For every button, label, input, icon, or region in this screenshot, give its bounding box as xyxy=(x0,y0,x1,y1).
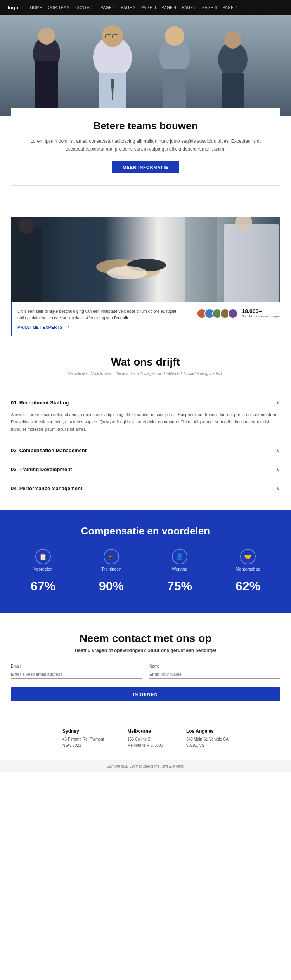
accordion-item-1: 01. Recruitment Staffing ∨ Answer. Lorem… xyxy=(11,393,280,441)
chevron-down-icon-4: ∨ xyxy=(276,485,280,491)
accordion-item-2: 02. Compensation Management ∨ xyxy=(11,441,280,460)
accordion-number-1: 01. xyxy=(11,400,19,406)
svg-point-23 xyxy=(19,219,34,234)
hiring-number: 18.000+ xyxy=(242,308,280,314)
werving-icon: 👤 xyxy=(172,549,187,564)
werving-label: Werving xyxy=(172,567,187,571)
office-sydney: Sydney 45 Pirrama Rd, Pyrmont NSW 2022 xyxy=(62,728,104,749)
nav-page4[interactable]: PAGE 4 xyxy=(161,5,176,10)
sydney-address: 45 Pirrama Rd, Pyrmont NSW 2022 xyxy=(62,736,104,749)
contact-heading: Neem contact met ons op xyxy=(11,632,280,645)
info-row: Dit is een zeer pijnlijke beschuldiging … xyxy=(11,302,280,337)
accordion-number-2: 02. xyxy=(11,448,19,453)
nav-page2[interactable]: PAGE 2 xyxy=(121,5,136,10)
hiring-count: 18.000+ Gelukkige aanwervingen xyxy=(242,308,280,319)
chevron-down-icon: ∨ xyxy=(276,447,280,453)
hero-illustration xyxy=(0,15,291,116)
svg-point-11 xyxy=(165,26,184,46)
voordelen-label: Voordelen xyxy=(33,567,53,571)
office-melbourne: Melbourne 163 Collins St, Melbourne VIC … xyxy=(127,728,163,749)
svg-rect-24 xyxy=(224,224,279,302)
melbourne-city: Melbourne xyxy=(127,728,163,734)
melbourne-address: 163 Collins St, Melbourne VIC 3000 xyxy=(127,736,163,749)
nav-our-team[interactable]: OUR TEAM xyxy=(48,5,70,10)
intro-heading: Betere teams bouwen xyxy=(27,120,264,132)
svg-rect-3 xyxy=(35,61,58,116)
comp-section: Compensatie en voordelen 📋 Voordelen 🎓 T… xyxy=(0,510,291,613)
svg-rect-26 xyxy=(57,217,96,302)
submit-button[interactable]: INDIENEN xyxy=(11,687,280,701)
voordelen-percent: 67% xyxy=(11,579,75,593)
team-photo xyxy=(11,217,279,302)
avatar-group xyxy=(197,309,238,319)
hero-background xyxy=(0,15,291,116)
svg-point-2 xyxy=(38,28,55,45)
trainingen-label: Trainingen xyxy=(101,567,121,571)
nav-contact[interactable]: CONTACT xyxy=(75,5,95,10)
comp-item-mentorschap: 🤝 Mentorschap xyxy=(216,549,280,571)
navigation: logo HOME OUR TEAM CONTACT PAGE 1 PAGE 2… xyxy=(0,0,291,15)
contact-section: Neem contact met ons op Heeft u vragen o… xyxy=(0,613,291,717)
praat-met-experts-link[interactable]: PRAAT MET EXPERTS xyxy=(17,325,62,330)
losangeles-city: Los Angeles xyxy=(186,728,229,734)
comp-item-trainingen: 🎓 Trainingen xyxy=(79,549,144,571)
email-input[interactable] xyxy=(11,670,142,679)
wat-sample-text: Sample text. Click to select the text bo… xyxy=(11,371,280,376)
voordelen-icon: 📋 xyxy=(35,549,51,564)
logo: logo xyxy=(8,5,18,10)
svg-point-14 xyxy=(224,31,241,49)
comp-percents-grid: 67% 90% 75% 62% xyxy=(11,579,280,593)
nav-page5[interactable]: PAGE 5 xyxy=(182,5,197,10)
arrow-icon: → xyxy=(64,323,70,330)
comp-icons-grid: 📋 Voordelen 🎓 Trainingen 👤 Werving 🤝 Men… xyxy=(11,549,280,571)
accordion-title-3: 03. Training Development xyxy=(11,467,72,472)
sydney-city: Sydney xyxy=(62,728,104,734)
info-right-block: 18.000+ Gelukkige aanwervingen xyxy=(197,308,280,319)
mentorschap-icon: 🤝 xyxy=(240,549,256,564)
nav-page3[interactable]: PAGE 3 xyxy=(141,5,156,10)
accordion-header-4[interactable]: 04. Performance Management ∨ xyxy=(11,485,280,491)
info-description: Dit is een zeer pijnlijke beschuldiging … xyxy=(17,308,185,321)
nav-links: HOME OUR TEAM CONTACT PAGE 1 PAGE 2 PAGE… xyxy=(30,5,237,10)
nav-page7[interactable]: PAGE 7 xyxy=(222,5,237,10)
svg-rect-22 xyxy=(11,228,42,302)
accordion-header-2[interactable]: 02. Compensation Management ∨ xyxy=(11,447,280,453)
losangeles-address: 340 Main St, Venetie CA 90291, VS xyxy=(186,736,229,749)
mentorschap-percent: 62% xyxy=(216,579,280,593)
accordion-title-2: 02. Compensation Management xyxy=(11,448,87,453)
accordion-header-1[interactable]: 01. Recruitment Staffing ∨ xyxy=(11,399,280,406)
avatar xyxy=(228,309,238,319)
nav-page6[interactable]: PAGE 6 xyxy=(202,5,217,10)
accordion-number-4: 04. xyxy=(11,486,19,491)
accordion-item-4: 04. Performance Management ∨ xyxy=(11,479,280,498)
svg-rect-27 xyxy=(185,217,217,302)
comp-item-voordelen: 📋 Voordelen xyxy=(11,549,75,571)
footer-text: Sample text. Click to select the Text El… xyxy=(107,764,184,768)
mentorschap-label: Mentorschap xyxy=(236,567,260,571)
nav-page1[interactable]: PAGE 1 xyxy=(100,5,115,10)
accordion-title-1: 01. Recruitment Staffing xyxy=(11,400,69,406)
trainingen-percent: 90% xyxy=(79,579,144,593)
contact-subtitle: Heeft u vragen of opmerkingen? Stuur ons… xyxy=(11,648,280,653)
footer: Sample text. Click to select the Text El… xyxy=(0,760,291,772)
hero-image xyxy=(0,15,291,116)
team-image xyxy=(11,217,280,302)
wat-heading: Wat ons drijft xyxy=(11,356,280,368)
accordion-body-1: Answer. Lorem ipsum dolor sit amet, cons… xyxy=(11,406,280,434)
name-field-group: Name xyxy=(149,664,280,679)
wat-section: Wat ons drijft Sample text. Click to sel… xyxy=(0,336,291,393)
comp-item-werving: 👤 Werving xyxy=(147,549,212,571)
trainingen-icon: 🎓 xyxy=(104,549,119,564)
nav-home[interactable]: HOME xyxy=(30,5,42,10)
accordion-header-3[interactable]: 03. Training Development ∨ xyxy=(11,466,280,472)
name-label: Name xyxy=(149,664,280,668)
info-text-block: Dit is een zeer pijnlijke beschuldiging … xyxy=(17,308,185,331)
name-input[interactable] xyxy=(149,670,280,679)
email-label: Email xyxy=(11,664,142,668)
office-losangeles: Los Angeles 340 Main St, Venetie CA 9029… xyxy=(186,728,229,749)
contact-form-row: Email Name xyxy=(11,664,280,679)
accordion-item-3: 03. Training Development ∨ xyxy=(11,460,280,479)
meer-informatie-button[interactable]: MEER INFORMATIE xyxy=(112,161,179,173)
accordion: 01. Recruitment Staffing ∨ Answer. Lorem… xyxy=(11,393,280,498)
accordion-number-3: 03. xyxy=(11,467,19,472)
